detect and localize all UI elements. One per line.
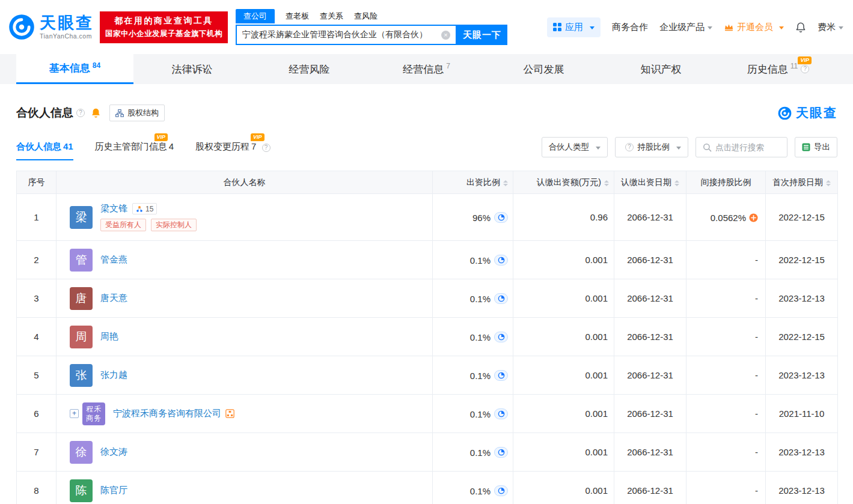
col-header-capital-ratio: 出资比例 — [433, 171, 513, 194]
col-header-partner-name: 合伙人名称 — [57, 171, 433, 194]
table-row: 6 + 程禾商务 宁波程禾商务咨询有限公司 — [17, 395, 838, 433]
cell-first-holding-date: 2023-12-13 — [766, 433, 838, 472]
equity-structure-button[interactable]: 股权结构 — [109, 105, 165, 121]
sort-icon[interactable] — [674, 180, 679, 186]
monitor-bell-icon[interactable] — [91, 108, 101, 118]
col-header-indirect-ratio: 间接持股比例 — [686, 171, 766, 194]
subtab-partners[interactable]: 合伙人信息41 — [16, 141, 73, 160]
tab-history-info[interactable]: VIP 历史信息11 ? — [720, 54, 837, 84]
cell-first-holding-date: 2023-12-13 — [766, 356, 838, 395]
apps-menu-button[interactable]: 应用 — [547, 17, 601, 37]
help-icon[interactable]: ? — [801, 65, 809, 73]
partner-name-link[interactable]: 宁波程禾商务咨询有限公司 — [113, 408, 221, 419]
cell-first-holding-date: 2023-12-13 — [766, 472, 838, 504]
section-help-icon[interactable]: ? — [76, 109, 85, 117]
export-button[interactable]: 导出 — [795, 137, 837, 157]
partners-table: 序号 合伙人名称 出资比例 认缴出资额(万元) 认缴出资日期 间接持股比例 首次… — [16, 171, 837, 504]
row-index: 4 — [17, 318, 57, 356]
subtab-history-departments[interactable]: VIP 历史主管部门信息4 — [95, 141, 174, 160]
vip-badge: VIP — [251, 133, 264, 141]
partner-name-link[interactable]: 张力越 — [100, 369, 127, 381]
chevron-down-icon — [596, 147, 601, 150]
penetrate-icon[interactable] — [749, 213, 758, 222]
search-tab-boss[interactable]: 查老板 — [286, 9, 309, 23]
search-tab-company[interactable]: 查公司 — [236, 9, 275, 23]
excel-export-icon — [802, 143, 810, 151]
beneficial-owner-tag[interactable]: 受益所有人 — [100, 219, 146, 231]
equity-pie-icon[interactable] — [494, 485, 508, 496]
search-button[interactable]: 天眼一下 — [457, 25, 507, 45]
equity-pie-icon[interactable] — [494, 370, 508, 381]
clear-search-icon[interactable]: × — [441, 31, 450, 40]
table-search-box[interactable] — [696, 137, 787, 157]
equity-pie-icon[interactable] — [494, 255, 508, 266]
cell-capital-ratio: 0.1% — [433, 279, 513, 318]
tab-intellectual-property[interactable]: 知识产权 — [602, 54, 720, 84]
tab-operation-risk[interactable]: 经营风险 — [251, 54, 368, 84]
tab-legal-proceedings[interactable]: 法律诉讼 — [133, 54, 251, 84]
sort-icon[interactable] — [503, 180, 508, 186]
partner-name-link[interactable]: 周艳 — [100, 331, 118, 342]
col-header-subscribed-amount: 认缴出资额(万元) — [513, 171, 614, 194]
equity-pie-icon[interactable] — [494, 447, 508, 458]
nav-user-account[interactable]: 费米 — [818, 22, 843, 33]
relation-graph-badge[interactable]: 15 — [132, 203, 157, 214]
sort-icon[interactable] — [826, 180, 831, 186]
tab-company-development[interactable]: 公司发展 — [485, 54, 602, 84]
equity-pie-icon[interactable] — [494, 293, 508, 304]
cell-capital-ratio: 96% — [433, 194, 513, 241]
top-header: 天眼查 TianYanCha.com 都在用的商业查询工具 国家中小企业发展子基… — [0, 0, 853, 54]
partner-type-filter[interactable]: 合伙人类型 — [542, 137, 608, 157]
cell-subscribed-amount: 0.001 — [513, 395, 614, 433]
subtab-count: 41 — [63, 141, 73, 151]
partner-name-link[interactable]: 徐文涛 — [100, 446, 127, 458]
partner-name-link[interactable]: 陈官厅 — [100, 485, 127, 496]
partner-name-link[interactable]: 唐天意 — [100, 293, 127, 304]
table-row: 1 梁 梁文锋 — [17, 194, 838, 241]
tab-operation-info[interactable]: 经营信息7 — [368, 54, 485, 84]
equity-structure-mini-icon[interactable] — [225, 409, 234, 418]
section-title: 合伙人信息 — [16, 105, 73, 121]
vip-badge: VIP — [798, 56, 812, 64]
apps-label: 应用 — [565, 22, 583, 33]
tab-basic-info[interactable]: 基本信息84 — [16, 54, 133, 84]
equity-pie-icon[interactable] — [494, 408, 508, 419]
partner-name-link[interactable]: 梁文锋 — [100, 203, 127, 214]
slogan-line-1: 都在用的商业查询工具 — [105, 16, 222, 26]
slogan-banner: 都在用的商业查询工具 国家中小企业发展子基金旗下机构 — [100, 11, 228, 43]
tianyancha-watermark: 天眼查 — [778, 105, 837, 121]
equity-pie-icon[interactable] — [494, 332, 508, 342]
cell-subscribed-amount: 0.001 — [513, 318, 614, 356]
tianyancha-logo[interactable]: 天眼查 TianYanCha.com — [8, 14, 94, 40]
cell-capital-ratio: 0.1% — [433, 472, 513, 504]
help-icon[interactable]: ? — [262, 144, 271, 152]
equity-pie-icon[interactable] — [494, 212, 508, 223]
sort-icon[interactable] — [604, 180, 609, 186]
partner-avatar: 管 — [70, 249, 93, 272]
partner-name-link[interactable]: 管金燕 — [100, 254, 127, 266]
col-header-subscribed-date: 认缴出资日期 — [614, 171, 686, 194]
chevron-down-icon — [779, 26, 784, 29]
search-input[interactable] — [237, 30, 441, 40]
nav-business-cooperation[interactable]: 商务合作 — [612, 22, 648, 33]
actual-controller-tag[interactable]: 实际控制人 — [151, 219, 197, 231]
nav-enterprise-products[interactable]: 企业级产品 — [659, 22, 712, 33]
chevron-down-icon — [676, 147, 681, 150]
tianyancha-eye-icon — [778, 106, 792, 120]
nav-open-membership[interactable]: 开通会员 — [724, 22, 784, 33]
holding-ratio-filter[interactable]: ? 持股比例 — [615, 137, 688, 157]
notification-bell-icon[interactable] — [795, 22, 806, 33]
cell-capital-ratio: 0.1% — [433, 395, 513, 433]
cell-subscribed-date: 2066-12-31 — [614, 395, 686, 433]
table-header-row: 序号 合伙人名称 出资比例 认缴出资额(万元) 认缴出资日期 间接持股比例 首次… — [17, 171, 838, 194]
tab-count: 7 — [446, 62, 450, 70]
vip-badge: VIP — [154, 133, 168, 141]
cell-first-holding-date: 2022-12-15 — [766, 194, 838, 241]
search-tab-relation[interactable]: 查关系 — [320, 9, 343, 23]
subtab-equity-change-history[interactable]: VIP 股权变更历程7 ? — [195, 141, 271, 160]
subtab-count: 7 — [251, 141, 256, 151]
cell-subscribed-amount: 0.001 — [513, 356, 614, 395]
table-search-input[interactable] — [715, 143, 780, 152]
search-tab-risk[interactable]: 查风险 — [354, 9, 378, 23]
expand-icon[interactable]: + — [70, 409, 79, 418]
